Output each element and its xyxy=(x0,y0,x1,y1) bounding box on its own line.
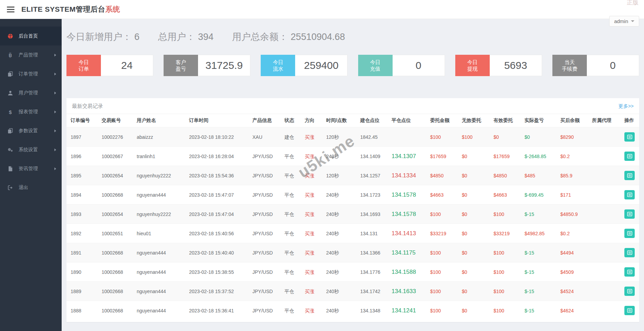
stat-card-value: 31725.9 xyxy=(198,55,250,76)
cell-open-price: 1842.45 xyxy=(356,127,387,147)
row-detail-button[interactable] xyxy=(624,209,635,219)
sidebar-item-products[interactable]: B产品管理 xyxy=(0,45,62,64)
column-header: 方向 xyxy=(301,114,322,127)
sidebar-item-label: 退出 xyxy=(19,185,28,191)
hamburger-icon[interactable] xyxy=(5,4,17,14)
stat-card-value: 0 xyxy=(587,55,639,76)
sidebar-item-label: 系统设置 xyxy=(19,147,38,153)
cell-open-price: 134.1366 xyxy=(356,243,387,262)
corner-watermark: 正版 xyxy=(627,0,638,7)
cell-account: 10002667 xyxy=(97,147,133,166)
stat-card-label: 今日充值 xyxy=(358,55,393,76)
cell-direction: 买涨 xyxy=(301,282,322,301)
cell-order-id: 1896 xyxy=(66,147,97,166)
sidebar-item-logout[interactable]: 退出 xyxy=(0,178,62,197)
sidebar-item-params[interactable]: 参数设置 xyxy=(0,121,62,140)
column-header: 建仓点位 xyxy=(356,114,387,127)
copy-icon xyxy=(8,71,14,77)
stat-card-label-line: 今日 xyxy=(273,59,283,65)
cell-invalid-entrust: $0 xyxy=(458,185,489,205)
cell-agent xyxy=(588,243,620,262)
row-detail-button[interactable] xyxy=(624,171,635,180)
cell-close-price: 134.1588 xyxy=(387,262,426,282)
more-link[interactable]: 更多>> xyxy=(619,103,634,110)
sidebar-item-system[interactable]: 系统设置 xyxy=(0,140,62,159)
cell-actual-profit: $485 xyxy=(520,166,556,185)
stat-value: 394 xyxy=(198,32,214,42)
table-row: 189310002654nguyenhuy22222023-02-18 15:4… xyxy=(66,205,639,224)
stat-card: 当天手续费0 xyxy=(552,55,639,76)
stat-card: 今日订单24 xyxy=(66,55,153,76)
cell-entrust-amount: $17659 xyxy=(426,147,458,166)
cell-invalid-entrust: $0 xyxy=(458,205,489,224)
cell-action xyxy=(620,147,639,166)
cell-user-name: nguyenhuy2222 xyxy=(133,205,185,224)
stat-group: 今日新增用户：6 xyxy=(66,31,139,43)
stat-label: 用户总余额： xyxy=(232,31,288,43)
row-detail-button[interactable] xyxy=(624,248,635,257)
table-row: 188910002668nguyenan4442023-02-18 15:37:… xyxy=(66,282,639,301)
cell-entrust-amount: $33219 xyxy=(426,224,458,243)
row-detail-button[interactable] xyxy=(624,306,635,315)
sidebar-item-users[interactable]: 用户管理 xyxy=(0,83,62,102)
cell-invalid-entrust: $0 xyxy=(458,282,489,301)
stat-card-label: 今日流水 xyxy=(261,55,295,76)
cell-valid-entrust: $4850 xyxy=(489,166,520,185)
stat-card-label-line: 充值 xyxy=(370,65,381,72)
sidebar-item-label: 订单管理 xyxy=(19,71,38,77)
column-header: 状态 xyxy=(280,114,301,127)
cell-direction: 买涨 xyxy=(301,185,322,205)
row-detail-button[interactable] xyxy=(624,267,635,277)
sidebar-item-dashboard[interactable]: 后台首页 xyxy=(0,27,62,45)
cell-order-time: 2023-02-18 15:40:40 xyxy=(185,243,248,262)
panel-head: 最新交易记录 更多>> xyxy=(66,98,639,114)
cell-user-name: abaizzz xyxy=(133,127,185,147)
cell-actual-profit: $-15 xyxy=(520,262,556,282)
sidebar-item-news[interactable]: 资讯管理 xyxy=(0,159,62,178)
cell-duration: 120秒 xyxy=(322,166,356,185)
row-detail-button[interactable] xyxy=(624,132,635,142)
cell-order-id: 1889 xyxy=(66,282,97,301)
row-detail-button[interactable] xyxy=(624,287,635,296)
row-detail-button[interactable] xyxy=(624,190,635,199)
gears-icon xyxy=(8,147,14,153)
column-header: 买后余额 xyxy=(556,114,588,127)
cell-balance-after: $4494 xyxy=(556,243,588,262)
dashboard-icon xyxy=(8,33,14,39)
cell-invalid-entrust: $0 xyxy=(458,243,489,262)
cell-close-price: 134.1578 xyxy=(387,205,426,224)
column-header: 实际盈亏 xyxy=(520,114,556,127)
sidebar-item-orders[interactable]: 订单管理 xyxy=(0,64,62,83)
stat-card-label-line: 提现 xyxy=(467,65,478,72)
table-row: 189010002668nguyenan4442023-02-18 15:38:… xyxy=(66,262,639,282)
column-header: 产品信息 xyxy=(248,114,280,127)
sidebar-item-label: 参数设置 xyxy=(19,128,38,134)
title-accent: 系统 xyxy=(105,5,120,13)
cell-order-id: 1890 xyxy=(66,262,97,282)
cell-direction: 买涨 xyxy=(301,127,322,147)
cell-action xyxy=(620,205,639,224)
cell-order-id: 1897 xyxy=(66,127,97,147)
stat-card-label-line: 今日 xyxy=(467,59,478,65)
cell-actual-profit: $-15 xyxy=(520,301,556,320)
stat-label: 今日新增用户： xyxy=(66,31,132,43)
stat-card-label: 当天手续费 xyxy=(552,55,587,76)
cell-open-price: 134.1723 xyxy=(356,185,387,205)
cell-order-id: 1891 xyxy=(66,243,97,262)
sidebar-item-reports[interactable]: $报表管理 xyxy=(0,102,62,121)
row-detail-button[interactable] xyxy=(624,152,635,161)
stat-card-label-line: 盈亏 xyxy=(176,65,186,72)
file-icon xyxy=(8,166,14,172)
stat-card-label: 客户盈亏 xyxy=(164,55,198,76)
column-header: 所属代理 xyxy=(588,114,620,127)
stat-card-label-line: 订单 xyxy=(79,65,89,72)
row-detail-button[interactable] xyxy=(624,229,635,238)
cell-order-time: 2023-02-18 15:36:41 xyxy=(185,301,248,320)
page-title: ELITE SYSTEM管理后台系统 xyxy=(21,4,120,14)
cell-valid-entrust: $100 xyxy=(489,243,520,262)
chevron-right-icon xyxy=(54,148,56,151)
table-row: 189710002276abaizzz2023-02-18 18:10:22XA… xyxy=(66,127,639,147)
cell-duration: 240秒 xyxy=(322,262,356,282)
cell-action xyxy=(620,127,639,147)
user-menu[interactable]: admin xyxy=(609,16,639,27)
